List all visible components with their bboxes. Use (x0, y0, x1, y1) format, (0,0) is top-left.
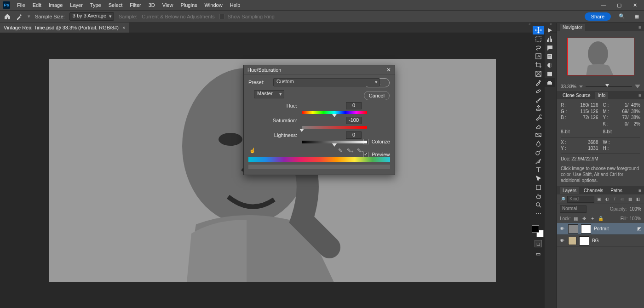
crop-tool[interactable] (533, 61, 544, 69)
eyedropper-tool[interactable] (533, 78, 544, 87)
history-brush-tool[interactable] (533, 113, 544, 122)
menu-layer[interactable]: Layer (67, 1, 86, 9)
panel-menu-icon[interactable]: ≡ (638, 93, 641, 98)
panel-grip-icon[interactable]: « (550, 22, 554, 26)
hue-saturation-dialog[interactable]: Hue/Saturation ✕ OK Cancel Colorize Prev… (243, 65, 395, 175)
layer-mask-thumbnail[interactable] (579, 236, 589, 245)
quick-mask-icon[interactable]: ◻ (535, 240, 542, 247)
blend-mode-select[interactable]: Normal (560, 205, 586, 213)
saturation-value-input[interactable]: -100 (346, 117, 362, 124)
hue-slider[interactable] (302, 111, 367, 114)
object-select-tool[interactable] (533, 52, 544, 61)
layer-thumbnail[interactable] (568, 224, 578, 234)
close-icon[interactable]: ✕ (386, 67, 391, 73)
tool-eyedropper-icon[interactable] (16, 13, 23, 20)
lock-pixels-icon[interactable]: ▦ (573, 215, 579, 222)
menu-3d[interactable]: 3D (145, 1, 158, 9)
filter-toggle-icon[interactable]: ◧ (635, 196, 641, 202)
on-image-adjust-icon[interactable]: ☝ (248, 146, 257, 154)
workspace-switcher-icon[interactable]: ▦ (633, 13, 640, 20)
layer-name[interactable]: Portrait (594, 226, 633, 231)
adjustments-icon[interactable] (545, 61, 555, 69)
more-tools[interactable]: ⋯ (533, 209, 544, 218)
zoom-in-icon[interactable] (635, 85, 640, 88)
home-icon[interactable] (4, 13, 11, 20)
layer-mask-thumbnail[interactable] (581, 224, 591, 234)
dialog-titlebar[interactable]: Hue/Saturation ✕ (244, 65, 395, 74)
menu-help[interactable]: Help (227, 1, 244, 9)
document-tab[interactable]: Vintage Real Time.psd @ 33.3% (Portrait,… (0, 23, 129, 33)
color-swatches[interactable] (532, 225, 544, 237)
share-button[interactable]: Share (585, 12, 611, 21)
pen-tool[interactable] (533, 157, 544, 165)
layer-thumbnail[interactable] (568, 237, 576, 245)
smart-object-icon[interactable]: ◩ (636, 226, 642, 232)
window-restore-icon[interactable]: ▢ (613, 1, 626, 9)
preset-select[interactable]: Custom (273, 78, 380, 86)
eyedropper-subtract-icon[interactable]: ✎₋ (357, 147, 363, 154)
lock-position-icon[interactable]: ✥ (581, 215, 587, 222)
visibility-icon[interactable]: 👁 (559, 226, 565, 231)
gradient-tool[interactable] (533, 131, 544, 139)
lightness-value-input[interactable]: 0 (346, 131, 362, 139)
menu-image[interactable]: Image (46, 1, 66, 9)
screen-mode-icon[interactable]: ▭ (535, 250, 542, 257)
libraries-icon[interactable] (545, 69, 555, 78)
layer-row[interactable]: 👁 Portrait ◩ (557, 223, 644, 235)
paths-tab[interactable]: Paths (608, 187, 625, 194)
foreground-color-swatch[interactable] (532, 225, 539, 233)
window-close-icon[interactable]: ✕ (628, 1, 641, 9)
filter-smart-icon[interactable]: ▦ (627, 196, 633, 202)
close-icon[interactable]: × (122, 25, 125, 30)
sample-size-select[interactable]: 3 by 3 Average (69, 12, 114, 21)
saturation-slider[interactable] (302, 126, 367, 129)
zoom-tool[interactable] (533, 200, 544, 209)
channels-tab[interactable]: Channels (581, 187, 606, 194)
menu-select[interactable]: Select (105, 1, 126, 9)
play-icon[interactable] (545, 26, 555, 34)
clone-stamp-tool[interactable] (533, 104, 544, 113)
lock-all-icon[interactable]: 🔒 (598, 215, 604, 222)
panel-menu-icon[interactable]: ≡ (638, 25, 641, 30)
eraser-tool[interactable] (533, 122, 544, 131)
menu-file[interactable]: File (14, 1, 29, 9)
eyedropper-add-icon[interactable]: ✎₊ (347, 147, 353, 154)
marquee-tool[interactable] (533, 34, 544, 43)
layer-row[interactable]: 👁 BG (557, 235, 644, 247)
zoom-out-icon[interactable] (579, 86, 583, 88)
preview-checkbox[interactable]: Preview (363, 152, 390, 157)
navigator-zoom-slider[interactable] (586, 86, 632, 87)
hue-value-input[interactable]: 0 (346, 102, 362, 109)
panel-menu-icon[interactable]: ≡ (638, 188, 641, 193)
path-select-tool[interactable] (533, 174, 544, 183)
opacity-value[interactable]: 100% (629, 206, 641, 211)
menu-plugins[interactable]: Plugins (177, 1, 200, 9)
menu-filter[interactable]: Filter (126, 1, 144, 9)
plugin-icon[interactable] (545, 78, 555, 87)
move-tool[interactable] (533, 26, 544, 34)
visibility-icon[interactable]: 👁 (559, 238, 565, 243)
menu-view[interactable]: View (159, 1, 177, 9)
lightness-slider[interactable] (302, 141, 367, 143)
healing-brush-tool[interactable] (533, 87, 544, 96)
menu-edit[interactable]: Edit (29, 1, 45, 9)
comments-icon[interactable] (545, 43, 555, 52)
navigator-tab[interactable]: Navigator (560, 24, 585, 31)
layers-filter-input[interactable]: Kind (567, 196, 594, 203)
info-tab[interactable]: Info (595, 92, 609, 99)
blur-tool[interactable] (533, 139, 544, 148)
menu-window[interactable]: Window (201, 1, 226, 9)
cancel-button[interactable]: Cancel (364, 91, 390, 100)
lock-artboard-icon[interactable]: ✦ (589, 215, 596, 222)
navigator-zoom-value[interactable]: 33.33% (561, 84, 576, 89)
clone-source-tab[interactable]: Clone Source (560, 92, 593, 99)
navigator-thumbnail[interactable] (557, 31, 644, 82)
filter-shape-icon[interactable]: ▭ (620, 196, 626, 202)
histogram-icon[interactable] (545, 34, 555, 43)
layer-name[interactable]: BG (592, 238, 642, 243)
colorize-checkbox[interactable]: Colorize (363, 139, 390, 144)
layers-tab[interactable]: Layers (560, 187, 579, 194)
search-icon[interactable]: 🔍 (618, 13, 626, 20)
frame-tool[interactable] (533, 69, 544, 78)
window-minimize-icon[interactable]: — (597, 1, 610, 9)
